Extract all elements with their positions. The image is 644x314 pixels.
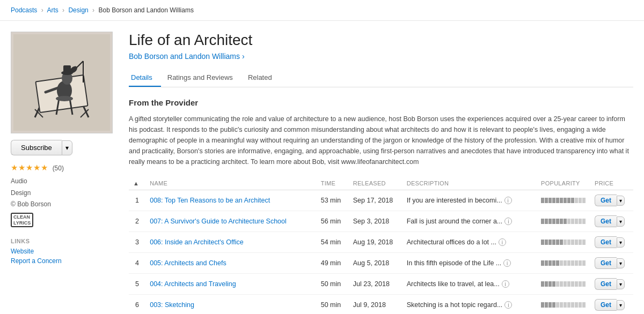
get-button[interactable]: Get — [595, 257, 617, 269]
episode-name[interactable]: 005: Architects and Chefs — [145, 253, 317, 274]
info-icon[interactable]: i — [503, 259, 511, 267]
meta-info: Audio Design © Bob Borson CLEAN LYRICS — [11, 176, 118, 228]
section-title: From the Provider — [129, 98, 633, 107]
episode-price: Get▾ — [590, 274, 633, 295]
clean-label-line2: LYRICS — [13, 220, 31, 226]
episode-released: Aug 19, 2018 — [349, 232, 402, 253]
artwork-svg — [13, 34, 110, 131]
episode-popularity — [537, 253, 590, 274]
episode-time: 54 min — [317, 232, 349, 253]
info-icon[interactable]: i — [504, 301, 512, 309]
table-row: 1008: Top Ten Reasons to be an Architect… — [129, 190, 633, 211]
tab-details[interactable]: Details — [129, 69, 161, 87]
breadcrumb-design[interactable]: Design — [68, 6, 88, 14]
episode-desc-text: If you are interested in becomi... — [407, 197, 502, 204]
breadcrumb-podcasts[interactable]: Podcasts — [11, 6, 37, 14]
website-link[interactable]: Website — [11, 248, 118, 255]
col-description: DESCRIPTION — [402, 178, 537, 190]
clean-label-line1: CLEAN — [13, 214, 30, 220]
main-layout: Subscribe ▾ ★★★★★ (50) Audio Design © Bo… — [0, 21, 644, 314]
tabs-bar: Details Ratings and Reviews Related — [129, 69, 633, 87]
episode-time: 50 min — [317, 295, 349, 315]
episode-number: 3 — [129, 232, 145, 253]
subscribe-dropdown-button[interactable]: ▾ — [62, 140, 72, 155]
rating-row: ★★★★★ (50) — [11, 163, 118, 173]
breadcrumb: Podcasts › Arts › Design › Bob Borson an… — [0, 0, 644, 21]
provider-description: A gifted storyteller communicating the r… — [129, 114, 633, 167]
links-section: LINKS Website Report a Concern — [11, 238, 118, 265]
subscribe-button[interactable]: Subscribe — [11, 140, 62, 155]
podcast-author[interactable]: Bob Borson and Landon Williams › — [129, 52, 633, 61]
episode-name[interactable]: 003: Sketching — [145, 295, 317, 315]
get-dropdown-button[interactable]: ▾ — [617, 196, 625, 206]
get-button[interactable]: Get — [595, 299, 617, 311]
report-link[interactable]: Report a Concern — [11, 257, 118, 265]
stars: ★★★★★ — [11, 163, 48, 172]
episode-description: Architects like to travel, at lea...i — [402, 274, 537, 295]
episode-desc-text: Fall is just around the corner a... — [407, 218, 503, 225]
tab-ratings[interactable]: Ratings and Reviews — [165, 69, 241, 87]
table-row: 5004: Architects and Traveling50 minJul … — [129, 274, 633, 295]
from-provider-section: From the Provider A gifted storyteller c… — [129, 98, 633, 167]
get-dropdown-button[interactable]: ▾ — [617, 279, 625, 289]
svg-rect-9 — [63, 65, 71, 74]
episode-number: 2 — [129, 211, 145, 232]
col-released: RELEASED — [349, 178, 402, 190]
episode-name[interactable]: 006: Inside an Architect's Office — [145, 232, 317, 253]
episode-price: Get▾ — [590, 211, 633, 232]
episode-released: Jul 9, 2018 — [349, 295, 402, 315]
episode-description: In this fifth episode of the Life ...i — [402, 253, 537, 274]
episode-name[interactable]: 004: Architects and Traveling — [145, 274, 317, 295]
episode-released: Sep 3, 2018 — [349, 211, 402, 232]
episode-desc-text: Sketching is a hot topic regard... — [407, 301, 503, 309]
breadcrumb-arts[interactable]: Arts — [47, 6, 58, 14]
episode-released: Aug 5, 2018 — [349, 253, 402, 274]
episode-number: 4 — [129, 253, 145, 274]
get-button[interactable]: Get — [595, 236, 617, 248]
get-button[interactable]: Get — [595, 278, 617, 290]
table-row: 4005: Architects and Chefs49 minAug 5, 2… — [129, 253, 633, 274]
episode-description: Fall is just around the corner a...i — [402, 211, 537, 232]
svg-point-13 — [56, 96, 73, 101]
info-icon[interactable]: i — [499, 238, 506, 246]
col-price: PRICE — [590, 178, 633, 190]
breadcrumb-sep1: › — [41, 6, 43, 14]
episode-popularity — [537, 211, 590, 232]
episode-popularity — [537, 295, 590, 315]
episode-name[interactable]: 008: Top Ten Reasons to be an Architect — [145, 190, 317, 211]
episode-time: 50 min — [317, 274, 349, 295]
get-dropdown-button[interactable]: ▾ — [617, 237, 625, 248]
episode-time: 53 min — [317, 190, 349, 211]
get-button[interactable]: Get — [595, 195, 617, 206]
table-header-row: ▲ NAME TIME RELEASED DESCRIPTION POPULAR… — [129, 178, 633, 190]
subscribe-area: Subscribe ▾ — [11, 140, 118, 155]
episode-description: Sketching is a hot topic regard...i — [402, 295, 537, 315]
episode-name[interactable]: 007: A Survivor's Guide to Architecture … — [145, 211, 317, 232]
table-row: 2007: A Survivor's Guide to Architecture… — [129, 211, 633, 232]
info-icon[interactable]: i — [504, 218, 512, 225]
table-row: 6003: Sketching50 minJul 9, 2018Sketchin… — [129, 295, 633, 315]
col-name: NAME — [145, 178, 317, 190]
episode-price: Get▾ — [590, 295, 633, 315]
breadcrumb-current: Bob Borson and Landon Williams — [98, 6, 193, 14]
episode-price: Get▾ — [590, 232, 633, 253]
episode-popularity — [537, 190, 590, 211]
info-icon[interactable]: i — [504, 197, 512, 204]
episode-time: 49 min — [317, 253, 349, 274]
get-dropdown-button[interactable]: ▾ — [617, 300, 625, 310]
podcast-artwork — [11, 32, 113, 133]
info-icon[interactable]: i — [502, 280, 509, 288]
meta-copyright: © Bob Borson — [11, 199, 118, 211]
get-dropdown-button[interactable]: ▾ — [617, 258, 625, 268]
episode-description: If you are interested in becomi...i — [402, 190, 537, 211]
episode-desc-text: Architectural offices do a lot ... — [407, 238, 496, 246]
meta-type: Audio — [11, 176, 118, 188]
episode-table: ▲ NAME TIME RELEASED DESCRIPTION POPULAR… — [129, 178, 633, 314]
col-sort[interactable]: ▲ — [129, 178, 145, 190]
get-button[interactable]: Get — [595, 215, 617, 227]
tab-related[interactable]: Related — [246, 69, 281, 87]
author-name: Bob Borson and Landon Williams — [129, 52, 240, 61]
rating-count: (50) — [53, 165, 64, 172]
episode-description: Architectural offices do a lot ...i — [402, 232, 537, 253]
get-dropdown-button[interactable]: ▾ — [617, 216, 625, 227]
